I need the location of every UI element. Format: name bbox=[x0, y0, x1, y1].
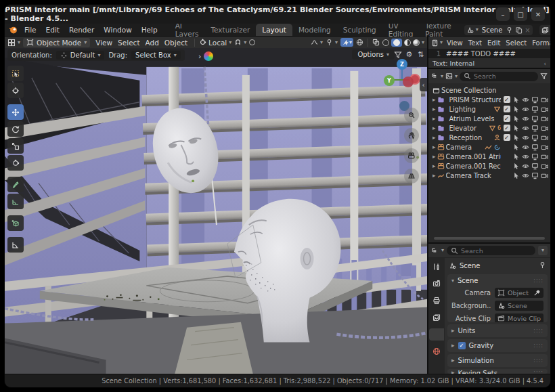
pin-dropdown[interactable]: ▾ bbox=[326, 39, 338, 46]
panel-grip[interactable]: :::: bbox=[533, 343, 543, 349]
scroll-arrow-icon[interactable]: ‹ bbox=[543, 60, 546, 67]
material-shading-button[interactable] bbox=[404, 39, 411, 46]
selectable-toggle[interactable] bbox=[512, 125, 520, 132]
viewport-disable-toggle[interactable] bbox=[531, 96, 539, 104]
tool-measure[interactable] bbox=[7, 194, 24, 209]
outliner-root-label[interactable]: Scene Collection bbox=[441, 87, 549, 94]
drag-dropdown[interactable]: Select Box ▾ bbox=[131, 51, 181, 60]
viewport-disable-toggle[interactable] bbox=[531, 162, 539, 170]
pan-button[interactable] bbox=[404, 128, 419, 143]
viewport-disable-toggle[interactable] bbox=[531, 144, 539, 151]
unlink-icon[interactable]: × bbox=[525, 26, 530, 34]
overlays-button[interactable] bbox=[372, 39, 380, 46]
properties-options-dropdown[interactable]: ▾ bbox=[538, 246, 548, 255]
expand-chevron-icon[interactable]: ▸ bbox=[432, 154, 436, 160]
panel-grip[interactable]: :::: bbox=[533, 328, 543, 334]
perspective-toggle-button[interactable] bbox=[404, 169, 419, 183]
hide-toggle[interactable] bbox=[521, 106, 530, 113]
wireframe-shading-button[interactable] bbox=[382, 39, 389, 46]
expand-chevron-icon[interactable]: ▸ bbox=[432, 173, 436, 179]
viewport-menu-view[interactable]: View bbox=[93, 39, 115, 47]
exclude-checkbox[interactable]: ✓ bbox=[504, 125, 510, 131]
rendered-shading-button[interactable] bbox=[413, 39, 420, 46]
outliner-mode-icon[interactable] bbox=[445, 72, 453, 80]
world-toggle-button[interactable] bbox=[356, 39, 363, 46]
viewport-menu-select[interactable]: Select bbox=[115, 39, 142, 47]
rainbow-sphere-icon[interactable] bbox=[204, 51, 213, 61]
tool-move[interactable] bbox=[7, 104, 24, 120]
panel-grip[interactable]: :::: bbox=[533, 278, 543, 284]
tool-cursor[interactable] bbox=[7, 83, 24, 98]
render-disable-toggle[interactable] bbox=[540, 125, 549, 132]
expand-chevron-icon[interactable]: ▸ bbox=[432, 144, 436, 150]
selectable-toggle[interactable] bbox=[512, 134, 520, 141]
viewport-disable-toggle[interactable] bbox=[531, 115, 539, 123]
properties-tab-tool[interactable] bbox=[429, 261, 444, 273]
viewport-disable-toggle[interactable] bbox=[531, 172, 539, 179]
expand-chevron-icon[interactable]: ▸ bbox=[432, 116, 436, 122]
workspace-tab-texture-paint[interactable]: Texture Paint bbox=[419, 24, 457, 36]
selectable-toggle[interactable] bbox=[512, 115, 520, 123]
hide-toggle[interactable] bbox=[521, 134, 530, 141]
hide-toggle[interactable] bbox=[521, 96, 530, 104]
exclude-checkbox[interactable]: ✓ bbox=[504, 115, 510, 122]
addon-collapsed-panel[interactable]: › bbox=[198, 51, 213, 61]
properties-tab-world[interactable] bbox=[429, 345, 444, 357]
viewport-disable-toggle[interactable] bbox=[531, 106, 539, 113]
expand-chevron-icon[interactable]: ▸ bbox=[432, 163, 436, 169]
workspace-tab-uv-editing[interactable]: UV Editing bbox=[382, 24, 420, 36]
exclude-checkbox[interactable]: ✓ bbox=[504, 106, 510, 112]
expand-chevron-icon[interactable]: ▸ bbox=[432, 135, 436, 141]
properties-search-input[interactable] bbox=[461, 247, 531, 255]
filter-funnel-icon[interactable] bbox=[393, 49, 403, 60]
viewport-disable-toggle[interactable] bbox=[531, 153, 539, 160]
pin-icon[interactable] bbox=[539, 261, 546, 269]
panel-grip[interactable]: :::: bbox=[533, 357, 543, 364]
gear-icon[interactable]: ⚙ bbox=[404, 49, 414, 60]
close-button[interactable]: ✕ bbox=[531, 7, 545, 21]
properties-search[interactable] bbox=[447, 246, 535, 255]
tool-rotate[interactable] bbox=[7, 121, 24, 137]
expand-chevron-icon[interactable]: ▸ bbox=[432, 97, 436, 103]
viewport-menu-object[interactable]: Object bbox=[162, 39, 190, 47]
render-disable-toggle[interactable] bbox=[540, 144, 549, 151]
viewport-disable-toggle[interactable] bbox=[531, 125, 539, 132]
new-copy-icon[interactable] bbox=[515, 26, 523, 34]
workspace-tab-layout[interactable]: Layout bbox=[256, 24, 292, 36]
outliner-search[interactable] bbox=[460, 72, 538, 81]
x-neg-axis-ball[interactable] bbox=[403, 77, 414, 87]
solid-shading-button[interactable] bbox=[391, 39, 402, 47]
render-disable-toggle[interactable] bbox=[540, 106, 549, 113]
selectable-toggle[interactable] bbox=[512, 106, 520, 113]
hide-toggle[interactable] bbox=[521, 172, 530, 179]
camera-view-button[interactable] bbox=[404, 148, 419, 163]
panel-simulation[interactable]: ▸Simulation:::: bbox=[447, 354, 548, 367]
filter-funnel-icon[interactable] bbox=[540, 72, 548, 80]
exclude-checkbox[interactable]: ✓ bbox=[504, 134, 510, 141]
tool-add-cube[interactable] bbox=[7, 215, 24, 231]
hide-toggle[interactable] bbox=[521, 125, 530, 132]
gravity-checkbox[interactable]: ✓ bbox=[458, 342, 466, 349]
hide-toggle[interactable] bbox=[521, 153, 530, 160]
tool-annotate[interactable] bbox=[7, 177, 24, 192]
options-dropdown[interactable]: Options ▾ bbox=[352, 49, 395, 60]
workspace-tab-modeling[interactable]: Modeling bbox=[292, 24, 337, 36]
properties-tab-scene[interactable] bbox=[429, 328, 444, 341]
exclude-checkbox[interactable]: ✓ bbox=[504, 96, 510, 103]
scene-panel-header[interactable]: ▾ Scene :::: bbox=[447, 274, 548, 287]
selectable-toggle[interactable] bbox=[512, 153, 520, 160]
outliner-row[interactable]: ▸_Elevator6✓ bbox=[430, 123, 549, 133]
expand-chevron-icon[interactable]: ▸ bbox=[432, 125, 436, 131]
minimize-button[interactable]: – bbox=[496, 7, 510, 21]
outliner-search-input[interactable] bbox=[474, 72, 534, 80]
z-axis-ball[interactable]: Z bbox=[397, 59, 407, 70]
hide-toggle[interactable] bbox=[521, 115, 530, 123]
outliner-display-icon[interactable] bbox=[431, 72, 439, 80]
workspace-tab-sculpting[interactable]: Sculpting bbox=[337, 24, 382, 36]
tool-scale[interactable] bbox=[7, 138, 24, 154]
outliner-row[interactable]: ▸_Reception✓ bbox=[430, 133, 549, 142]
tool-transform[interactable] bbox=[7, 155, 24, 171]
panel-keying-sets[interactable]: ▸Keying Sets:::: bbox=[447, 369, 548, 374]
text-menu-text[interactable]: Text bbox=[466, 39, 485, 47]
render-disable-toggle[interactable] bbox=[540, 115, 549, 123]
